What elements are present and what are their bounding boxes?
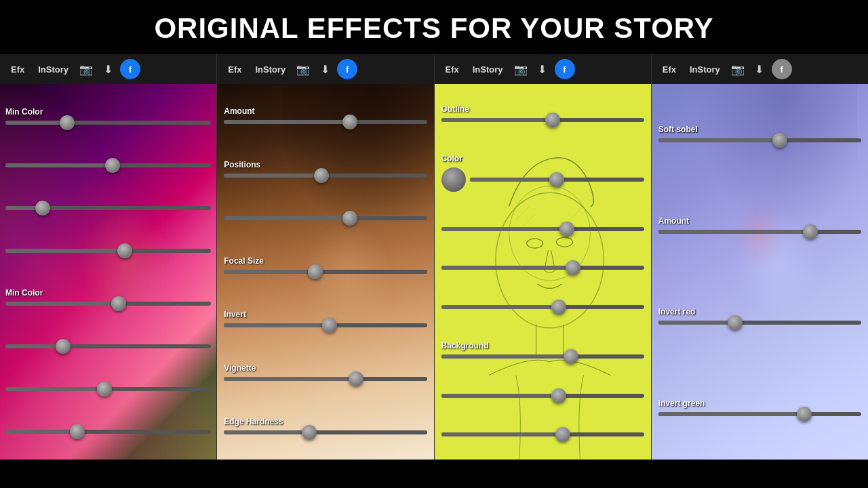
slider-fill-1-8 [5,430,77,434]
color-picker-dot[interactable] [441,167,466,192]
slider-thumb-1-8[interactable] [70,424,85,439]
slider-track-3-7[interactable] [441,394,644,398]
slider-thumb-1-3[interactable] [35,201,50,216]
slider-thumb-3-8[interactable] [555,427,570,442]
slider-thumb-3-3[interactable] [559,222,574,237]
slider-row-min-color-2: Min Color [5,288,211,308]
slider-outline: Outline [441,104,644,125]
slider-thumb-2-3[interactable] [342,211,357,226]
slider-track-3-6[interactable] [441,354,644,359]
slider-track-4-3[interactable] [658,321,861,325]
slider-thumb-4-4[interactable] [797,407,812,422]
facebook-btn-2[interactable]: f [337,59,357,79]
slider-track-2-3[interactable] [224,216,427,220]
toolbar-1: Efx InStory 📷 ⬇ f [0,54,216,84]
slider-thumb-3-5[interactable] [551,300,566,314]
slider-thumb-3-7[interactable] [551,388,566,403]
slider-track-3-4[interactable] [441,266,644,270]
facebook-btn-1[interactable]: f [120,59,140,79]
slider-thumb-2-6[interactable] [349,371,363,386]
download-icon-1[interactable]: ⬇ [98,60,117,79]
slider-fill-4-2 [658,230,810,234]
instory-btn-2[interactable]: InStory [250,62,291,77]
slider-fill-1-5 [5,302,119,306]
slider-row-1-8 [5,427,211,436]
slider-track-3-2[interactable] [470,178,644,182]
camera-icon-1[interactable]: 📷 [77,60,96,79]
slider-thumb-1-6[interactable] [56,339,71,354]
slider-thumb-2-1[interactable] [342,115,357,129]
slider-track-1-2[interactable] [5,163,211,167]
slider-thumb-4-1[interactable] [772,133,787,148]
slider-track-4-4[interactable] [658,412,861,416]
slider-thumb-2-2[interactable] [314,168,329,183]
instory-btn-1[interactable]: InStory [33,62,74,77]
slider-track-3-8[interactable] [441,432,644,436]
download-icon-3[interactable]: ⬇ [533,60,552,79]
slider-thumb-3-4[interactable] [566,260,580,275]
slider-track-1-6[interactable] [5,344,211,348]
efx-btn-2[interactable]: Efx [222,62,247,77]
slider-fill-4-3 [658,321,736,325]
slider-track-2-7[interactable] [224,430,427,434]
slider-track-2-2[interactable] [224,174,427,178]
slider-fill-2-3 [224,216,350,220]
camera-icon-2[interactable]: 📷 [294,60,313,79]
slider-thumb-3-2[interactable] [549,172,564,187]
slider-track-1-7[interactable] [5,387,211,391]
label-background: Background [441,341,644,350]
slider-thumb-3-1[interactable] [545,113,560,127]
instory-btn-4[interactable]: InStory [684,62,726,77]
panel-3: Efx InStory 📷 ⬇ f [435,54,652,460]
slider-thumb-1-1[interactable] [60,115,75,130]
efx-btn-3[interactable]: Efx [440,62,465,77]
slider-track-2-1[interactable] [224,120,427,124]
slider-fill-1-7 [5,387,104,391]
slider-fill-4-1 [658,138,781,142]
panel-1: Efx InStory 📷 ⬇ f Min Color [0,54,217,460]
slider-track-1-3[interactable] [5,206,211,210]
slider-track-3-5[interactable] [441,305,644,309]
slider-3-5 [441,302,644,312]
label-focal-size: Focal Size [224,256,427,266]
slider-thumb-1-2[interactable] [105,158,120,173]
facebook-btn-3[interactable]: f [555,59,575,79]
slider-track-1-8[interactable] [5,430,211,434]
slider-3-8 [441,430,644,439]
slider-track-3-3[interactable] [441,227,644,231]
slider-thumb-3-6[interactable] [564,349,578,364]
slider-track-4-2[interactable] [658,230,861,234]
slider-track-4-1[interactable] [658,138,861,142]
camera-icon-3[interactable]: 📷 [511,60,530,79]
slider-fill-3-4 [441,266,574,270]
slider-thumb-1-4[interactable] [117,243,132,258]
slider-track-2-6[interactable] [224,377,427,381]
slider-fill-2-4 [224,270,315,274]
slider-row-1-2 [5,161,211,170]
slider-track-2-5[interactable] [224,323,427,327]
download-icon-4[interactable]: ⬇ [750,60,769,79]
slider-thumb-1-5[interactable] [111,296,126,311]
download-icon-2[interactable]: ⬇ [315,60,334,79]
slider-track-2-4[interactable] [224,270,427,274]
slider-track-3-1[interactable] [441,118,644,122]
slider-fill-3-7 [441,394,559,398]
efx-btn-4[interactable]: Efx [657,62,682,77]
slider-fill-2-7 [224,430,309,434]
slider-thumb-1-7[interactable] [97,382,112,396]
slider-thumb-4-3[interactable] [728,315,743,330]
slider-thumb-4-2[interactable] [803,224,818,239]
slider-thumb-2-7[interactable] [302,425,317,440]
page-title: ORIGINAL EFFECTS FOR YOUR STORY [0,12,868,45]
slider-focal-size: Focal Size [224,256,427,277]
slider-thumb-2-4[interactable] [308,264,323,279]
instory-btn-3[interactable]: InStory [467,62,509,77]
slider-track-1-4[interactable] [5,249,211,253]
facebook-btn-4[interactable]: f [772,59,792,79]
slider-thumb-2-5[interactable] [322,318,337,333]
camera-icon-4[interactable]: 📷 [728,60,747,79]
slider-track-1-1[interactable] [5,121,211,125]
efx-btn-1[interactable]: Efx [5,62,30,77]
panel3-controls: Outline Color [435,84,651,460]
slider-track-1-5[interactable] [5,302,211,306]
